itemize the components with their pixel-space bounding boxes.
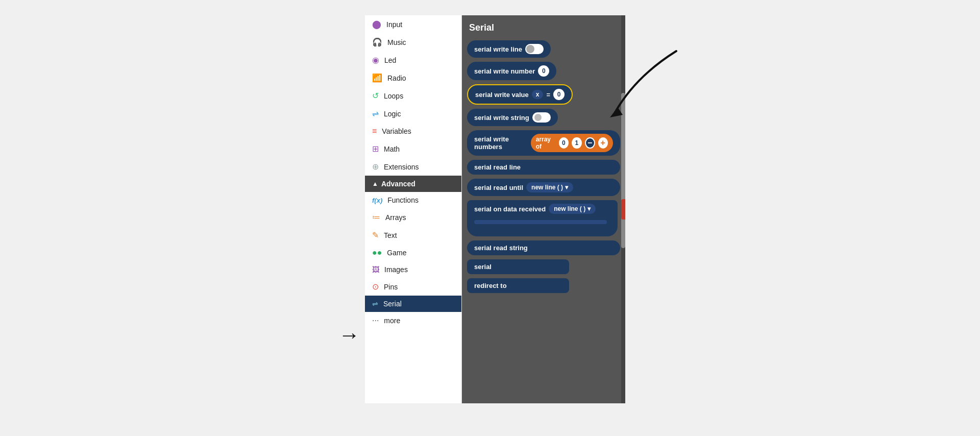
game-icon: ●● [372, 248, 382, 257]
sidebar-item-functions[interactable]: f(x) Functions [365, 192, 461, 208]
music-icon: 🎧 [372, 37, 382, 47]
red-tab [621, 199, 625, 220]
led-icon: ◉ [372, 55, 379, 65]
sidebar-item-label: Images [384, 265, 408, 274]
sidebar-item-label: Functions [387, 196, 419, 204]
sidebar-item-arrays[interactable]: ≔ Arrays [365, 208, 461, 226]
number-input[interactable]: 0 [538, 65, 549, 77]
sidebar-item-variables[interactable]: ≡ Variables [365, 123, 461, 140]
sidebar-item-music[interactable]: 🎧 Music [365, 33, 461, 51]
x-value-input[interactable]: x [532, 90, 544, 99]
sidebar-item-label: Arrays [385, 213, 406, 222]
event-header: serial on data received new line ( ) ▾ [474, 204, 596, 214]
serial-read-line-block[interactable]: serial read line [467, 160, 620, 175]
arrays-icon: ≔ [372, 212, 380, 222]
event-body [474, 220, 607, 224]
sidebar-item-images[interactable]: 🖼 Images [365, 261, 461, 278]
block-label: serial write number [474, 67, 535, 75]
sidebar-item-label: Input [386, 20, 402, 29]
eq-value-input[interactable]: 0 [553, 89, 565, 100]
block-label: serial write string [474, 114, 529, 122]
dropdown-arrow-icon: ▾ [565, 184, 568, 191]
annotation-arrow [595, 46, 697, 148]
block-label: serial read line [474, 163, 521, 171]
advanced-caret-icon: ▲ [372, 180, 378, 187]
serial-write-number-block[interactable]: serial write number 0 [467, 62, 556, 80]
text-icon: ✎ [372, 230, 379, 240]
sidebar-item-game[interactable]: ●● Game [365, 244, 461, 261]
images-icon: 🖼 [372, 265, 379, 274]
serial-on-data-block[interactable]: serial on data received new line ( ) ▾ [467, 200, 618, 236]
sidebar-item-pins[interactable]: ⊙ Pins [365, 278, 461, 296]
sidebar-item-led[interactable]: ◉ Led [365, 51, 461, 69]
more-icon: ··· [372, 316, 379, 325]
loops-icon: ↺ [372, 91, 379, 101]
block-label: redirect to [474, 282, 507, 289]
array-label: array of [536, 136, 556, 150]
sidebar-item-label: Serial [383, 300, 402, 308]
sidebar-item-math[interactable]: ⊞ Math [365, 140, 461, 158]
block-label: serial on data received [474, 205, 546, 213]
sidebar-item-extensions[interactable]: ⊕ Extensions [365, 158, 461, 176]
sidebar-item-text[interactable]: ✎ Text [365, 226, 461, 244]
sidebar-item-label: Text [384, 231, 397, 239]
sidebar-item-label: Math [384, 145, 400, 153]
read-until-dropdown[interactable]: new line ( ) ▾ [526, 182, 573, 192]
extensions-icon: ⊕ [372, 162, 379, 172]
serial-write-line-block[interactable]: serial write line [467, 40, 551, 58]
on-data-dropdown[interactable]: new line ( ) ▾ [549, 204, 596, 214]
sidebar-item-input[interactable]: ⬤ Input [365, 15, 461, 33]
radio-icon: 📶 [372, 73, 382, 83]
sidebar-item-label: Radio [387, 74, 406, 82]
block-label: serial [474, 263, 492, 271]
block-label: serial read until [474, 184, 523, 191]
serial-icon: ⇌ [372, 300, 378, 308]
sidebar: ⬤ Input 🎧 Music ◉ Led 📶 Radio ↺ Loops ⇌ … [365, 15, 462, 403]
sidebar-item-label: Loops [384, 92, 403, 100]
serial-read-until-block[interactable]: serial read until new line ( ) ▾ [467, 179, 620, 196]
toggle-input[interactable] [525, 44, 544, 54]
sidebar-item-more[interactable]: ··· more [365, 312, 461, 329]
sidebar-item-loops[interactable]: ↺ Loops [365, 87, 461, 105]
dropdown-option: new line ( ) [554, 205, 585, 212]
sidebar-item-label: Extensions [384, 163, 419, 171]
block-label: serial write numbers [474, 135, 528, 151]
sidebar-item-label: Music [387, 38, 406, 46]
pins-icon: ⊙ [372, 282, 379, 292]
sidebar-item-logic[interactable]: ⇌ Logic [365, 105, 461, 123]
sidebar-item-label: Game [387, 249, 406, 257]
panel-title: Serial [467, 22, 620, 33]
sidebar-item-label: Variables [382, 127, 411, 135]
variables-icon: ≡ [372, 127, 377, 136]
dropdown-arrow-icon: ▾ [587, 205, 591, 212]
serial-read-string-block[interactable]: serial read string [467, 240, 620, 255]
sidebar-item-label: Led [384, 56, 396, 64]
serial-write-value-block[interactable]: serial write value x = 0 [467, 84, 573, 105]
string-input[interactable] [532, 112, 551, 123]
sidebar-item-serial[interactable]: ⇌ Serial [365, 296, 461, 312]
block-label: serial write line [474, 45, 522, 53]
sidebar-item-label: Pins [384, 283, 398, 291]
sidebar-item-radio[interactable]: 📶 Radio [365, 69, 461, 87]
math-icon: ⊞ [372, 144, 379, 154]
advanced-divider: ▲ Advanced [365, 176, 461, 192]
array-v1[interactable]: 0 [559, 137, 569, 149]
string-inner [534, 114, 542, 121]
equals-sign: = [546, 91, 550, 99]
logic-icon: ⇌ [372, 109, 379, 118]
input-icon: ⬤ [372, 19, 381, 29]
functions-icon: f(x) [372, 197, 382, 204]
block-label: serial read string [474, 244, 528, 252]
array-v2[interactable]: 1 [572, 137, 581, 149]
sidebar-item-label: more [384, 317, 400, 325]
toggle-thumb [526, 45, 534, 53]
serial-write-string-block[interactable]: serial write string [467, 109, 558, 126]
block-label: serial write value [475, 91, 529, 99]
dropdown-option: new line ( ) [531, 184, 563, 191]
advanced-label: Advanced [381, 180, 415, 188]
serial-sub1-block[interactable]: serial [467, 259, 569, 274]
sidebar-item-label: Logic [384, 110, 401, 118]
serial-sub2-block[interactable]: redirect to [467, 278, 569, 293]
array-minus-button[interactable]: − [585, 137, 595, 149]
